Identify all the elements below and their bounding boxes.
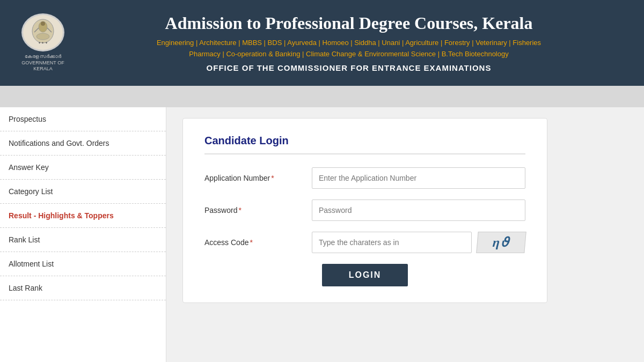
login-title: Candidate Login: [204, 135, 525, 154]
app-number-row: Application Number*: [204, 167, 525, 189]
site-title: Admission to Professional Degree Courses…: [70, 13, 628, 33]
sidebar-item[interactable]: Result - Highlights & Toppers: [0, 204, 166, 228]
sidebar: ProspectusNotifications and Govt. Orders…: [0, 107, 166, 362]
logo-container: ✦ ✦ ✦ കേരള സർക്കാർ GOVERNMENT OF KERALA: [16, 13, 70, 72]
logo-text: കേരള സർക്കാർ GOVERNMENT OF KERALA: [16, 54, 70, 72]
sidebar-item[interactable]: Notifications and Govt. Orders: [0, 131, 166, 156]
main-content: Candidate Login Application Number* Pass…: [166, 107, 644, 362]
password-row: Password*: [204, 200, 525, 221]
access-code-label: Access Code*: [204, 238, 312, 247]
site-header: ✦ ✦ ✦ കേരള സർക്കാർ GOVERNMENT OF KERALA …: [0, 0, 644, 86]
office-title: OFFICE OF THE COMMISSIONER FOR ENTRANCE …: [70, 63, 628, 72]
main-layout: ProspectusNotifications and Govt. Orders…: [0, 107, 644, 362]
sidebar-item[interactable]: Category List: [0, 180, 166, 204]
password-label: Password*: [204, 206, 312, 215]
svg-text:✦ ✦ ✦: ✦ ✦ ✦: [38, 41, 48, 45]
access-code-row: Access Code* ηϑ: [204, 232, 525, 253]
app-number-label: Application Number*: [204, 174, 312, 182]
login-card: Candidate Login Application Number* Pass…: [182, 118, 547, 303]
logo-emblem: ✦ ✦ ✦: [21, 13, 64, 51]
svg-point-5: [36, 33, 49, 40]
app-number-input[interactable]: [312, 167, 525, 189]
password-input[interactable]: [312, 200, 525, 221]
emblem-svg: ✦ ✦ ✦: [27, 16, 59, 48]
captcha-image: ηϑ: [476, 232, 526, 253]
svg-point-2: [41, 21, 45, 26]
login-button[interactable]: LOGIN: [322, 264, 408, 286]
header-content: Admission to Professional Degree Courses…: [70, 13, 628, 72]
sidebar-item[interactable]: Prospectus: [0, 107, 166, 131]
sidebar-item[interactable]: Allotment List: [0, 252, 166, 276]
sidebar-item[interactable]: Rank List: [0, 228, 166, 252]
login-btn-row: LOGIN: [204, 264, 525, 286]
access-code-inputs: ηϑ: [312, 232, 525, 253]
sidebar-item[interactable]: Last Rank: [0, 276, 166, 300]
nav-strip: [0, 86, 644, 107]
courses-line1: Engineering | Architecture | MBBS | BDS …: [70, 38, 628, 60]
sidebar-item[interactable]: Answer Key: [0, 156, 166, 180]
access-code-input[interactable]: [312, 232, 472, 253]
